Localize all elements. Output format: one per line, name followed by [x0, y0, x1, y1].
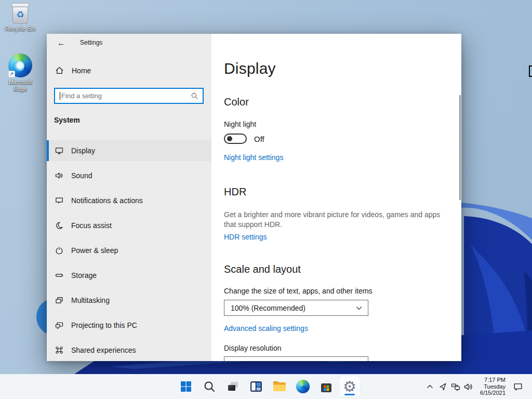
toggle-knob: [227, 136, 232, 141]
edge-button[interactable]: [292, 376, 313, 397]
store-button[interactable]: [316, 376, 337, 397]
window-title: Settings: [80, 39, 102, 46]
search-icon: [203, 380, 216, 393]
shortcut-arrow-icon: ↗: [8, 71, 15, 77]
widgets-icon: [250, 380, 262, 393]
action-center-button[interactable]: [513, 382, 523, 391]
page-title: Display: [224, 60, 276, 77]
sidebar-section-label: System: [54, 116, 80, 124]
notifications-icon: [55, 196, 63, 205]
resolution-dropdown[interactable]: [224, 356, 368, 361]
tray-volume-icon[interactable]: [464, 382, 473, 391]
display-icon: [55, 147, 63, 155]
desktop-icon-label: Recycle Bin: [3, 25, 37, 32]
tray-chevron-up-icon[interactable]: [425, 382, 434, 391]
color-section-header: Color: [224, 96, 249, 108]
scale-dropdown-value: 100% (Recommended): [231, 304, 305, 312]
search-input[interactable]: [61, 89, 181, 103]
hdr-settings-link[interactable]: HDR settings: [224, 233, 267, 241]
file-explorer-button[interactable]: [269, 376, 290, 397]
action-center-icon: [513, 382, 523, 391]
settings-content: Display Color Night light Off Night ligh…: [211, 34, 461, 361]
night-light-toggle[interactable]: [224, 134, 247, 144]
desktop: ♻ Recycle Bin ↗ Microsoft Edge ← Setting…: [0, 0, 532, 399]
chevron-down-icon: [356, 306, 362, 310]
storage-icon: [55, 271, 63, 280]
store-icon: [320, 380, 333, 393]
back-button[interactable]: ←: [54, 37, 69, 49]
start-button[interactable]: [176, 376, 196, 397]
display-resolution-label: Display resolution: [224, 344, 282, 352]
file-explorer-icon: [273, 381, 286, 392]
tray-clock[interactable]: 7:17 PM Tuesday 6/15/2021: [480, 377, 506, 396]
sound-icon: [55, 171, 63, 180]
desktop-icon-microsoft-edge[interactable]: ↗ Microsoft Edge: [3, 54, 37, 92]
power-icon: [55, 246, 63, 255]
window-scrollbar[interactable]: [459, 95, 461, 200]
sidebar-home-label: Home: [72, 66, 91, 75]
night-light-state: Off: [254, 135, 264, 143]
recycle-symbol-icon: ♻: [13, 9, 28, 20]
tray-network-icon[interactable]: [451, 382, 460, 391]
advanced-scaling-link[interactable]: Advanced scaling settings: [224, 324, 308, 332]
scale-section-header: Scale and layout: [224, 263, 301, 275]
sidebar-item-home[interactable]: Home: [55, 66, 91, 75]
screen-edge-cursor-artifact: [529, 65, 532, 77]
tray-date: 6/15/2021: [480, 390, 506, 396]
desktop-icon-label: Microsoft Edge: [3, 79, 37, 92]
hdr-section-header: HDR: [224, 186, 246, 198]
edge-icon: [296, 380, 310, 393]
hdr-description: Get a brighter and more vibrant picture …: [224, 210, 444, 229]
tray-location-icon[interactable]: [438, 382, 447, 391]
multitasking-icon: [55, 296, 63, 304]
taskbar: ⚙ 7:17 PM Tuesday 6/15/2021: [0, 374, 532, 399]
task-view-button[interactable]: [222, 376, 243, 397]
back-arrow-icon: ←: [57, 38, 65, 47]
search-box: [54, 88, 204, 104]
taskbar-search-button[interactable]: [199, 376, 220, 397]
settings-window: ← Settings Home System: [47, 34, 461, 361]
change-size-label: Change the size of text, apps, and other…: [224, 287, 373, 295]
search-icon: [191, 92, 198, 100]
task-view-icon: [227, 380, 240, 393]
desktop-icon-recycle-bin[interactable]: ♻ Recycle Bin: [3, 3, 37, 32]
recycle-bin-icon: ♻: [12, 5, 28, 24]
shared-experiences-icon: [55, 346, 63, 354]
focus-assist-icon: [55, 221, 63, 230]
tray-day: Tuesday: [480, 383, 506, 390]
text-caret: [60, 92, 60, 100]
widgets-button[interactable]: [246, 376, 267, 397]
scale-dropdown[interactable]: 100% (Recommended): [224, 300, 368, 316]
night-light-label: Night light: [224, 120, 256, 128]
gear-icon: ⚙: [343, 379, 356, 394]
settings-button-active[interactable]: ⚙: [339, 376, 360, 397]
home-icon: [55, 66, 64, 75]
edge-logo-icon: ↗: [8, 54, 32, 77]
projecting-icon: [55, 321, 63, 329]
windows-start-icon: [180, 380, 192, 393]
night-light-settings-link[interactable]: Night light settings: [224, 153, 283, 162]
tray-time: 7:17 PM: [480, 377, 506, 383]
